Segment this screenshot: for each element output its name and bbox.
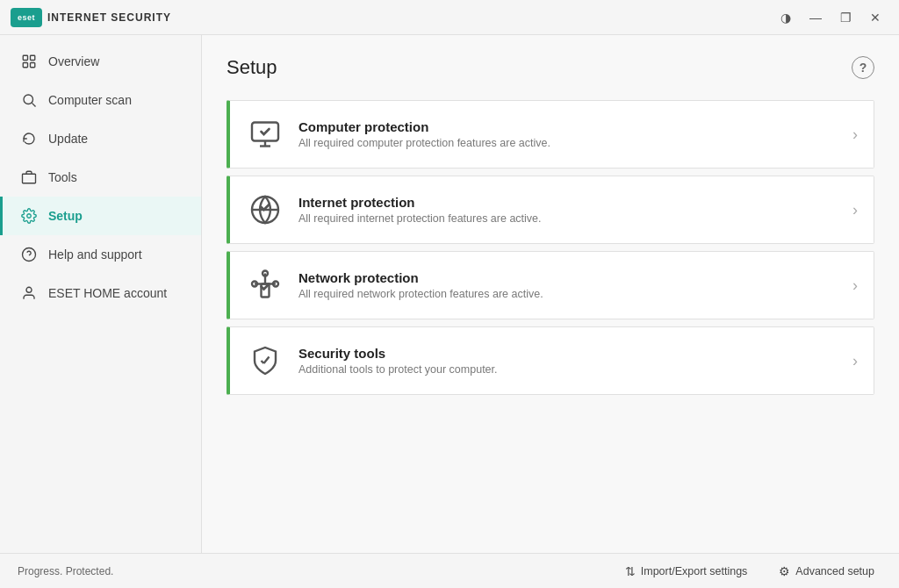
svg-line-21 [264, 357, 270, 364]
sidebar-item-tools[interactable]: Tools [0, 158, 201, 197]
sidebar-item-help-support[interactable]: Help and support [0, 235, 201, 274]
setup-icon [20, 207, 38, 225]
svg-point-7 [27, 214, 32, 219]
update-icon [20, 130, 38, 147]
contrast-button[interactable]: ◑ [773, 4, 799, 31]
sidebar-label-eset-home: ESET HOME account [48, 286, 167, 300]
internet-protection-chevron: › [852, 201, 858, 219]
sidebar-item-computer-scan[interactable]: Computer scan [0, 81, 201, 119]
sidebar-item-overview[interactable]: Overview [0, 42, 201, 81]
sidebar-label-setup: Setup [48, 209, 83, 223]
computer-protection-chevron: › [852, 125, 858, 144]
scan-icon [20, 91, 38, 109]
main-container: Overview Computer scan Update [0, 35, 899, 553]
close-button[interactable]: ✕ [862, 4, 888, 31]
minimize-button[interactable]: — [802, 4, 829, 31]
svg-rect-2 [23, 63, 27, 68]
security-tools-text: Security tools Additional tools to prote… [298, 346, 844, 376]
footer-status: Progress. Protected. [18, 565, 113, 577]
eset-logo: eset INTERNET SECURITY [11, 8, 171, 27]
internet-protection-icon [246, 190, 284, 229]
internet-protection-card[interactable]: Internet protection All required interne… [227, 176, 874, 244]
content-area: Setup ? Computer protection All required… [202, 35, 899, 553]
sidebar-item-update[interactable]: Update [0, 119, 201, 158]
svg-line-5 [32, 103, 35, 106]
internet-protection-title: Internet protection [298, 195, 844, 210]
titlebar: eset INTERNET SECURITY ◑ — ❐ ✕ [0, 0, 899, 35]
titlebar-left: eset INTERNET SECURITY [11, 8, 171, 27]
advanced-setup-icon: ⚙ [779, 564, 790, 578]
internet-protection-text: Internet protection All required interne… [298, 195, 844, 225]
advanced-setup-label: Advanced setup [795, 565, 874, 577]
svg-rect-0 [23, 55, 27, 60]
security-tools-icon [246, 341, 284, 380]
svg-point-10 [26, 287, 32, 292]
computer-protection-text: Computer protection All required compute… [298, 119, 844, 149]
page-title: Setup [227, 56, 277, 79]
svg-rect-3 [31, 63, 35, 68]
network-protection-icon [246, 266, 284, 305]
logo-box: eset [11, 8, 42, 27]
footer: Progress. Protected. ⇅ Import/Export set… [0, 553, 899, 588]
sidebar-label-overview: Overview [48, 54, 99, 68]
security-tools-chevron: › [852, 352, 858, 370]
help-button[interactable]: ? [852, 56, 874, 79]
sidebar-item-eset-home[interactable]: ESET HOME account [0, 274, 201, 312]
computer-protection-card[interactable]: Computer protection All required compute… [227, 100, 874, 169]
sidebar-item-setup[interactable]: Setup [0, 197, 201, 235]
network-protection-text: Network protection All required network … [298, 270, 844, 300]
computer-protection-desc: All required computer protection feature… [298, 137, 844, 149]
sidebar-label-scan: Computer scan [48, 93, 132, 107]
svg-rect-6 [23, 174, 36, 183]
logo-text: eset [18, 13, 35, 22]
computer-protection-icon [246, 115, 284, 154]
security-tools-desc: Additional tools to protect your compute… [298, 363, 844, 376]
import-export-icon: ⇅ [625, 564, 636, 578]
network-protection-card[interactable]: Network protection All required network … [227, 251, 874, 319]
sidebar-label-tools: Tools [48, 170, 77, 184]
account-icon [20, 284, 38, 302]
footer-actions: ⇅ Import/Export settings ⚙ Advanced setu… [618, 561, 881, 582]
sidebar: Overview Computer scan Update [0, 35, 202, 553]
svg-point-4 [24, 95, 33, 104]
internet-protection-desc: All required internet protection feature… [298, 212, 844, 225]
sidebar-label-update: Update [48, 132, 88, 146]
titlebar-controls: ◑ — ❐ ✕ [773, 4, 888, 31]
advanced-setup-button[interactable]: ⚙ Advanced setup [772, 561, 881, 582]
computer-protection-title: Computer protection [298, 119, 844, 134]
tools-icon [20, 169, 38, 186]
network-protection-desc: All required network protection features… [298, 288, 844, 300]
network-protection-chevron: › [852, 276, 858, 295]
content-header: Setup ? [227, 56, 874, 79]
security-tools-card[interactable]: Security tools Additional tools to prote… [227, 326, 874, 395]
maximize-button[interactable]: ❐ [832, 4, 859, 31]
help-icon [20, 246, 38, 263]
sidebar-label-help: Help and support [48, 247, 142, 262]
import-export-label: Import/Export settings [641, 565, 748, 577]
network-protection-title: Network protection [298, 270, 844, 285]
grid-icon [20, 53, 38, 70]
svg-point-8 [23, 248, 36, 262]
svg-rect-1 [31, 55, 35, 60]
import-export-button[interactable]: ⇅ Import/Export settings [618, 561, 755, 582]
app-title: INTERNET SECURITY [47, 11, 171, 24]
security-tools-title: Security tools [298, 346, 844, 361]
